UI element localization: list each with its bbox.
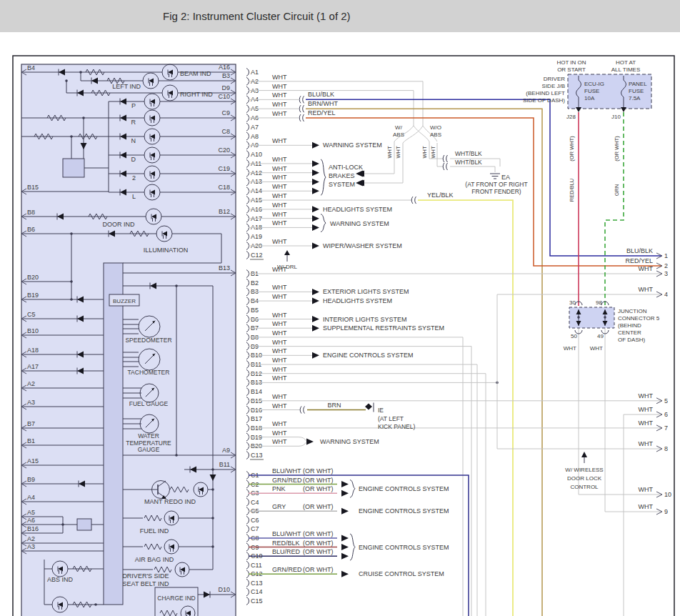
- wire-label: WHT: [272, 83, 287, 90]
- pin-label: C11: [251, 562, 262, 569]
- indicator-label: BEAM IND: [180, 70, 211, 77]
- pin-label: B3: [222, 72, 230, 79]
- indicator-label: MANT REDO IND: [144, 498, 196, 505]
- pin-label: B19: [27, 292, 39, 299]
- wire-color-label: BRN: [327, 402, 341, 409]
- wire-label: WHT: [272, 74, 287, 81]
- wire-color-label: RED/BLK: [272, 540, 300, 547]
- arrow-right-icon: [312, 206, 319, 212]
- component-box: [77, 519, 91, 530]
- pin-bracket-icon: [246, 498, 249, 506]
- wire-label: WHT: [272, 165, 287, 172]
- wire-label: WHT: [272, 174, 287, 181]
- wire-color-label: PNK: [272, 485, 286, 492]
- wire-color-label: BLU/BLK: [308, 91, 334, 98]
- arrow-right-icon: [312, 169, 319, 176]
- exit-number: 1: [664, 252, 668, 259]
- exit-number: 3: [664, 270, 668, 277]
- location-label: KICK PANEL): [378, 423, 415, 430]
- wire-label: WHT: [590, 345, 603, 352]
- pin-label: C5: [27, 311, 36, 318]
- pin-label: A16: [219, 64, 230, 71]
- wire-label: WHT: [639, 265, 654, 272]
- wire: [437, 143, 443, 167]
- brace: [350, 534, 355, 560]
- wire-label: WHT: [272, 284, 287, 291]
- pin-bracket-icon: [246, 306, 249, 314]
- system-label: CRUISE CONTROL SYSTEM: [359, 570, 444, 577]
- pin-number: 49: [597, 333, 604, 339]
- wire-label: WHT: [272, 347, 287, 354]
- power-label: ALL TIMES: [611, 66, 640, 73]
- brace: [321, 159, 326, 195]
- shape: [299, 442, 306, 446]
- pin-label: C6: [251, 517, 259, 524]
- system-label: WARNING SYSTEM: [320, 438, 379, 445]
- wire-label: WHT: [272, 183, 287, 190]
- buzzer-label: BUZZER: [113, 298, 136, 304]
- wire-label: WHT: [272, 110, 287, 117]
- arrow-right-icon: [312, 316, 319, 322]
- wire-label: WHT: [272, 429, 287, 437]
- arrow-right-icon: [341, 544, 349, 550]
- pin-label: B14: [251, 388, 262, 395]
- arrow-right-icon: [312, 188, 319, 194]
- arrow-right-icon: [312, 289, 319, 295]
- junction-dot: [175, 454, 178, 457]
- power-label: HOT AT: [616, 59, 636, 66]
- pin-label: B4: [27, 64, 35, 71]
- wire-label: WHT: [639, 440, 654, 447]
- wire-color-label: (OR WHT): [614, 136, 620, 162]
- wire-color-label: YEL/BLK: [427, 192, 454, 199]
- splice-icon: [299, 96, 301, 103]
- indicator-label: ILLUMINATION: [144, 247, 188, 254]
- pin-label: C19: [218, 165, 230, 172]
- junction-dot: [65, 79, 68, 82]
- pin-label: A10: [251, 151, 262, 158]
- pin-label: A2: [27, 535, 35, 542]
- pin-bracket-icon: [246, 579, 249, 587]
- wire-color-label: GRN/RED: [272, 566, 302, 573]
- pin-bracket-icon: [246, 415, 249, 423]
- system-label: WARNING SYSTEM: [323, 141, 382, 149]
- splice-icon: [303, 105, 304, 112]
- splice-icon: [303, 96, 304, 103]
- pin-label: A19: [251, 233, 262, 240]
- location-label: (AT LEFT: [378, 415, 404, 422]
- wire-label: WHT: [272, 393, 287, 400]
- arrow-right-icon: [312, 325, 319, 332]
- shape: [403, 126, 423, 143]
- option-label: W/ DRL: [277, 264, 298, 270]
- wire-label: WHT: [272, 312, 287, 319]
- fuse-label: 10A: [584, 95, 595, 101]
- wire-label: WHT: [639, 419, 654, 427]
- exit-number: 8: [664, 445, 668, 452]
- pin-bracket-icon: [246, 561, 249, 569]
- wire-label: WHT: [395, 146, 401, 158]
- wire-color-label: BLU/WHT: [272, 467, 301, 475]
- fuse-label: FUSE: [584, 88, 599, 94]
- arrow-up-icon: [284, 250, 290, 255]
- pin-bracket-icon: [246, 525, 249, 533]
- wire-label: WHT: [272, 219, 287, 227]
- system-label: EXTERIOR LIGHTS SYSTEM: [323, 288, 409, 295]
- gauge-label: GAUGE: [138, 446, 160, 453]
- pin-bracket-icon: [246, 252, 249, 259]
- system-label: ANTI-LOCK: [329, 164, 363, 171]
- pin-label: C7: [251, 525, 259, 532]
- arrow-right-icon: [341, 481, 349, 487]
- wire-label: WHT: [272, 438, 287, 445]
- pin-label: A8: [251, 133, 259, 140]
- arrow-right-icon: [341, 571, 349, 577]
- option-label: W/O: [430, 124, 441, 131]
- wire-label: WHT: [272, 192, 287, 199]
- wire-label: WHT: [272, 137, 287, 144]
- pin-bracket-icon: [246, 452, 249, 459]
- indicator-label: LEFT IND: [112, 83, 141, 90]
- pin-label: B15: [27, 184, 39, 191]
- pin-bracket-icon: [246, 388, 249, 396]
- pin-label: A15: [27, 457, 39, 465]
- wire-label: WHT: [272, 238, 287, 245]
- wire-label: WHT: [272, 293, 287, 300]
- bus-bar: [104, 263, 123, 605]
